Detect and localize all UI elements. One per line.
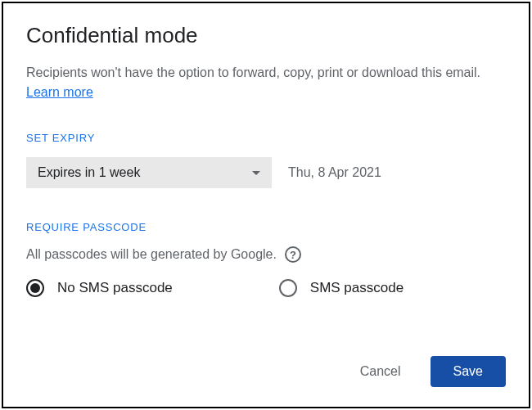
radio-selected-dot	[30, 283, 40, 293]
save-button[interactable]: Save	[431, 356, 506, 387]
description-text: Recipients won't have the option to forw…	[26, 65, 480, 79]
require-passcode-label: REQUIRE PASSCODE	[26, 221, 506, 233]
expiry-date: Thu, 8 Apr 2021	[288, 165, 381, 180]
chevron-down-icon	[252, 171, 260, 175]
radio-sms-passcode[interactable]: SMS passcode	[279, 279, 404, 297]
confidential-mode-dialog: Confidential mode Recipients won't have …	[2, 2, 530, 408]
radio-button-icon	[26, 279, 44, 297]
learn-more-link[interactable]: Learn more	[26, 85, 93, 99]
radio-label: No SMS passcode	[57, 280, 173, 296]
dialog-title: Confidential mode	[26, 23, 506, 48]
passcode-radio-group: No SMS passcode SMS passcode	[26, 279, 506, 297]
help-icon[interactable]: ?	[285, 246, 301, 263]
set-expiry-label: SET EXPIRY	[26, 132, 506, 144]
radio-button-icon	[279, 279, 297, 297]
expiry-dropdown[interactable]: Expires in 1 week	[26, 157, 272, 188]
radio-label: SMS passcode	[310, 280, 404, 296]
dialog-description: Recipients won't have the option to forw…	[26, 63, 506, 102]
passcode-description: All passcodes will be generated by Googl…	[26, 247, 277, 262]
passcode-description-row: All passcodes will be generated by Googl…	[26, 246, 506, 263]
cancel-button[interactable]: Cancel	[344, 356, 417, 387]
expiry-row: Expires in 1 week Thu, 8 Apr 2021	[26, 157, 506, 188]
radio-no-sms-passcode[interactable]: No SMS passcode	[26, 279, 173, 297]
expiry-selected: Expires in 1 week	[38, 165, 140, 180]
dialog-button-row: Cancel Save	[26, 356, 506, 387]
